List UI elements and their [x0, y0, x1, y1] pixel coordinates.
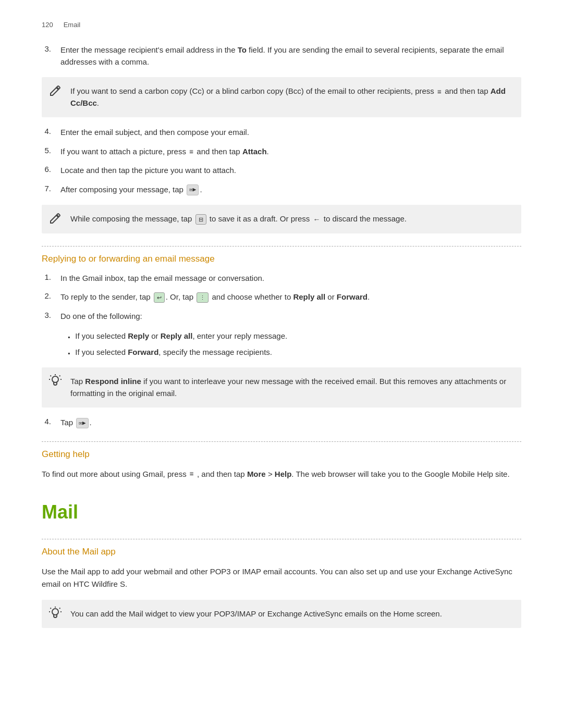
send-icon-1: ✉▶ [187, 184, 199, 195]
reply-all-bold-2: Reply all [161, 331, 193, 340]
mail-app-body-text: Use the Mail app to add your webmail and… [42, 565, 521, 590]
forward-bold-2: Forward [128, 348, 158, 356]
sub-step-list: ▪ If you selected Reply or Reply all, en… [42, 330, 521, 358]
step-item-7: 7. After composing your message, tap ✉▶. [42, 184, 521, 196]
step-text-6: Locate and then tap the picture you want… [60, 165, 236, 177]
more-icon: ⋮ [197, 292, 209, 303]
pencil-icon [49, 84, 62, 97]
bullet-2: ▪ [68, 349, 70, 358]
tip2-text: You can add the Mail widget to view your… [70, 609, 442, 618]
page-label: Email [64, 21, 81, 29]
sub-step-text-2: If you selected Forward, specify the mes… [75, 347, 272, 359]
svg-line-3 [51, 376, 52, 377]
section-heading-mail-app: About the Mail app [42, 547, 521, 557]
chapter-heading-mail: Mail [42, 501, 521, 523]
step-number-7: 7. [42, 184, 57, 193]
step-text-4: Enter the email subject, and then compos… [60, 127, 249, 139]
tip-box-1: Tap Respond inline if you want to interl… [42, 367, 521, 408]
reply-step-number-4: 4. [42, 417, 57, 426]
section-divider-3 [42, 539, 521, 539]
menu-icon-3: ≡ [190, 468, 194, 480]
reply-step-4: 4. Tap ✉▶. [42, 417, 521, 429]
step-item-6: 6. Locate and then tap the picture you w… [42, 165, 521, 177]
sub-step-text-1: If you selected Reply or Reply all, ente… [75, 330, 287, 342]
reply-step-text-1: In the Gmail inbox, tap the email messag… [60, 273, 264, 285]
svg-point-6 [52, 609, 58, 615]
help-bold: Help [275, 470, 292, 478]
bullet-1: ▪ [68, 332, 70, 342]
menu-icon-2: ≡ [189, 146, 193, 157]
pencil-icon-2 [49, 212, 62, 225]
reply-step-list: 1. In the Gmail inbox, tap the email mes… [42, 273, 521, 323]
step-text-3: Enter the message recipient's email addr… [60, 44, 521, 68]
reply-step-text-4: Tap ✉▶. [60, 417, 92, 429]
step-item-4: 4. Enter the email subject, and then com… [42, 127, 521, 139]
bulb-icon-2 [48, 606, 63, 621]
step-list-top: 3. Enter the message recipient's email a… [42, 44, 521, 68]
reply-step-3: 3. Do one of the following: [42, 311, 521, 323]
reply-all-bold: Reply all [293, 292, 325, 301]
note1-text: If you want to send a carbon copy (Cc) o… [70, 85, 511, 109]
reply-step-1: 1. In the Gmail inbox, tap the email mes… [42, 273, 521, 285]
attach-bold: Attach [242, 147, 267, 156]
svg-line-9 [51, 608, 52, 609]
page-number: 120 [42, 21, 53, 29]
section-heading-help: Getting help [42, 449, 521, 460]
reply-step-text-3: Do one of the following: [60, 311, 142, 323]
reply-step-2: 2. To reply to the sender, tap ↩. Or, ta… [42, 291, 521, 303]
reply-step-number-3: 3. [42, 311, 57, 319]
svg-line-8 [59, 608, 60, 609]
respond-inline-bold: Respond inline [85, 377, 141, 386]
reply-step-number-1: 1. [42, 273, 57, 281]
tip-box-2: You can add the Mail widget to view your… [42, 600, 521, 628]
step-item-5: 5. If you want to attach a picture, pres… [42, 146, 521, 158]
forward-bold: Forward [337, 292, 368, 301]
more-bold: More [247, 470, 266, 478]
step-number-3: 3. [42, 44, 57, 53]
sub-step-1: ▪ If you selected Reply or Reply all, en… [68, 330, 521, 342]
reply-step-list-2: 4. Tap ✉▶. [42, 417, 521, 429]
section-divider-2 [42, 441, 521, 442]
note-box-1: If you want to send a carbon copy (Cc) o… [42, 77, 521, 117]
svg-point-0 [52, 376, 58, 382]
reply-icon: ↩ [154, 292, 165, 303]
menu-icon-1: ≡ [437, 87, 442, 97]
svg-line-2 [59, 376, 60, 377]
reply-bold: Reply [128, 331, 149, 340]
back-arrow-icon: ← [313, 214, 321, 225]
step-text-5: If you want to attach a picture, press ≡… [60, 146, 269, 158]
section-heading-reply: Replying to or forwarding an email messa… [42, 254, 521, 264]
note2-text: While composing the message, tap ⊟ to sa… [70, 213, 407, 225]
step-text-7: After composing your message, tap ✉▶. [60, 184, 202, 196]
reply-step-text-2: To reply to the sender, tap ↩. Or, tap ⋮… [60, 291, 370, 303]
bulb-icon-1 [48, 374, 63, 388]
help-body-text: To find out more about using Gmail, pres… [42, 468, 521, 480]
note-box-2: While composing the message, tap ⊟ to sa… [42, 205, 521, 233]
step-item-3: 3. Enter the message recipient's email a… [42, 44, 521, 68]
step-number-5: 5. [42, 146, 57, 155]
step-list-middle: 4. Enter the email subject, and then com… [42, 127, 521, 195]
step-number-4: 4. [42, 127, 57, 135]
page-header: 120 Email [42, 21, 521, 29]
sub-step-2: ▪ If you selected Forward, specify the m… [68, 347, 521, 359]
reply-step-number-2: 2. [42, 291, 57, 300]
tip1-text: Tap Respond inline if you want to interl… [70, 377, 506, 398]
draft-icon-1: ⊟ [195, 214, 206, 225]
section-divider-1 [42, 246, 521, 246]
page: 120 Email 3. Enter the message recipient… [0, 0, 563, 728]
step-number-6: 6. [42, 165, 57, 174]
send-icon-2: ✉▶ [76, 418, 88, 429]
to-field-bold: To [238, 45, 247, 54]
